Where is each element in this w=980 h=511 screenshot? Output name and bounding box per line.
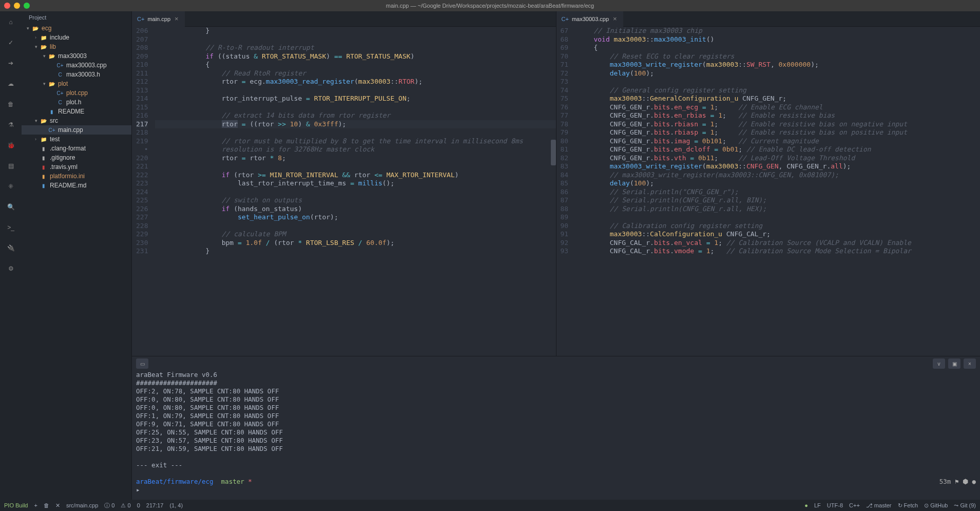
file-icon: ▮ bbox=[40, 163, 47, 171]
file-icon: C+ bbox=[56, 89, 64, 97]
close-button[interactable]: ✕ bbox=[55, 502, 60, 509]
chevron-icon: ▾ bbox=[35, 44, 40, 49]
diagnostics-info[interactable]: ⓘ 0 bbox=[104, 502, 114, 509]
home-icon[interactable]: ⌂ bbox=[5, 16, 16, 28]
list-icon[interactable]: ▤ bbox=[5, 160, 16, 172]
line-ending[interactable]: LF bbox=[814, 502, 821, 508]
tree-item-label: max30003.cpp bbox=[66, 62, 107, 69]
tree-item-label: README.md bbox=[50, 182, 86, 189]
tree-item[interactable]: C+main.cpp bbox=[22, 125, 131, 135]
tree-item[interactable]: C+max30003.cpp bbox=[22, 61, 131, 70]
tree-item-label: platformio.ini bbox=[50, 173, 85, 180]
tree-item-label: test bbox=[50, 136, 60, 143]
close-icon[interactable]: × bbox=[612, 15, 618, 23]
tree-item[interactable]: ▮platformio.ini bbox=[22, 172, 131, 181]
tree-item[interactable]: ▾📂lib bbox=[22, 42, 131, 51]
flask-icon[interactable]: ⚗ bbox=[5, 119, 16, 130]
terminal-icon[interactable]: >_ bbox=[5, 222, 16, 233]
bug-icon[interactable]: 🐞 bbox=[5, 140, 16, 151]
diagnostics-warn[interactable]: ⚠ 0 bbox=[121, 502, 130, 509]
terminal-line: OFF:25, ON:55, SAMPLE CNT:80 HANDS OFF bbox=[136, 428, 976, 437]
file-icon: ▮ bbox=[40, 145, 47, 152]
window-title: main.cpp — ~/Google Drive/Workspace/proj… bbox=[386, 3, 594, 9]
code-editor-right[interactable]: 6768697071727374757677787980818283848586… bbox=[556, 27, 981, 356]
github-link[interactable]: ⊙ GitHub bbox=[924, 502, 948, 509]
scrollbar-thumb[interactable] bbox=[551, 140, 556, 165]
tree-item[interactable]: Cplot.h bbox=[22, 98, 131, 107]
language-mode[interactable]: C++ bbox=[849, 502, 860, 508]
pio-build-button[interactable]: PIO Build bbox=[4, 502, 28, 508]
tree-item[interactable]: ▾📂ecg bbox=[22, 24, 131, 33]
tree-item[interactable]: ▾📂max30003 bbox=[22, 51, 131, 61]
chevron-icon: ▾ bbox=[27, 26, 32, 31]
maximize-panel-icon[interactable]: ▣ bbox=[948, 358, 960, 369]
plug-icon[interactable]: 🔌 bbox=[5, 242, 16, 254]
search-icon[interactable]: 🔍 bbox=[5, 201, 16, 213]
check-icon[interactable]: ✓ bbox=[5, 37, 16, 48]
tree-item-label: main.cpp bbox=[58, 126, 83, 134]
terminal-line: OFF:23, ON:57, SAMPLE CNT:80 HANDS OFF bbox=[136, 437, 976, 445]
tree-item[interactable]: ▾📂src bbox=[22, 116, 131, 125]
cloud-upload-icon[interactable]: ☁ bbox=[5, 78, 16, 89]
tree-item[interactable]: ▮.gitignore bbox=[22, 153, 131, 162]
close-panel-icon[interactable]: × bbox=[964, 358, 976, 369]
tree-item-label: README bbox=[58, 108, 84, 115]
sync-indicator[interactable]: ● bbox=[804, 502, 808, 508]
file-icon: 📁 bbox=[40, 136, 47, 143]
arrow-right-icon[interactable]: ➔ bbox=[5, 58, 16, 69]
close-window-button[interactable] bbox=[4, 3, 10, 9]
prompt-branch: master bbox=[221, 478, 244, 485]
git-status[interactable]: ⤳ Git (9) bbox=[954, 502, 976, 509]
tree-item[interactable]: Cmax30003.h bbox=[22, 70, 131, 79]
file-icon: C+ bbox=[48, 126, 55, 134]
tree-item-label: src bbox=[50, 117, 58, 124]
spark-icon[interactable]: ⁜ bbox=[5, 181, 16, 192]
titlebar: main.cpp — ~/Google Drive/Workspace/proj… bbox=[0, 0, 980, 11]
file-icon: 📁 bbox=[40, 34, 47, 41]
file-icon: C bbox=[56, 99, 64, 106]
tree-item[interactable]: C+plot.cpp bbox=[22, 88, 131, 98]
trash-icon[interactable]: 🗑 bbox=[5, 99, 16, 110]
trash-button[interactable]: 🗑 bbox=[44, 502, 49, 508]
prompt-path: araBeat/firmware/ecg bbox=[136, 478, 214, 485]
new-terminal-button[interactable]: + bbox=[34, 502, 37, 508]
encoding[interactable]: UTF-8 bbox=[827, 502, 843, 508]
terminal-output[interactable]: araBeat Firmware v0.6###################… bbox=[132, 371, 980, 500]
tree-item-label: max30003.h bbox=[66, 71, 100, 78]
tree-item[interactable]: ▮.clang-format bbox=[22, 144, 131, 153]
tree-item-label: .travis.yml bbox=[50, 163, 78, 171]
file-tree[interactable]: ▾📂ecg›📁include▾📂lib▾📂max30003C+max30003.… bbox=[22, 24, 131, 500]
git-branch[interactable]: ⎇ master bbox=[866, 502, 892, 509]
activity-bar: ⌂ ✓ ➔ ☁ 🗑 ⚗ 🐞 ▤ ⁜ 🔍 >_ 🔌 ⚙ bbox=[0, 11, 22, 500]
folder-open-icon: 📂 bbox=[40, 117, 47, 124]
gear-icon[interactable]: ⚙ bbox=[5, 263, 16, 274]
minimize-window-button[interactable] bbox=[14, 3, 20, 9]
diagnostics-count[interactable]: 0 bbox=[137, 502, 140, 508]
cursor-position[interactable]: 217:17 bbox=[146, 502, 164, 508]
tree-item-label: ecg bbox=[42, 25, 51, 32]
terminal-header: ▭ v ▣ × bbox=[132, 356, 980, 371]
prompt-cursor[interactable]: ▸ bbox=[136, 486, 976, 494]
maximize-window-button[interactable] bbox=[24, 3, 30, 9]
tab-max30003-cpp[interactable]: C+ max30003.cpp × bbox=[556, 11, 623, 27]
chevron-icon: › bbox=[35, 35, 40, 40]
tree-item[interactable]: ›📁include bbox=[22, 33, 131, 42]
current-file[interactable]: src/main.cpp bbox=[66, 502, 98, 508]
tree-item[interactable]: ▮README bbox=[22, 107, 131, 116]
tree-item[interactable]: ›📁test bbox=[22, 135, 131, 144]
chevron-down-icon[interactable]: v bbox=[933, 358, 945, 369]
tree-item-label: lib bbox=[50, 43, 56, 50]
prompt-right-status: 53m ⚑ ⬢ ● bbox=[939, 478, 976, 486]
file-icon: ▮ bbox=[48, 108, 55, 115]
tree-item[interactable]: ▾📂plot bbox=[22, 79, 131, 88]
terminal-line: --- exit --- bbox=[136, 461, 976, 469]
tab-main-cpp[interactable]: C+ main.cpp × bbox=[132, 11, 185, 27]
selection-info: (1, 4) bbox=[169, 502, 183, 508]
tree-item[interactable]: ▮.travis.yml bbox=[22, 162, 131, 172]
cpp-file-icon: C+ bbox=[562, 16, 569, 22]
terminal-selector-button[interactable]: ▭ bbox=[136, 358, 148, 369]
code-editor-left[interactable]: 2062072082092102112122132142152162172182… bbox=[132, 27, 556, 356]
close-icon[interactable]: × bbox=[174, 15, 180, 23]
tree-item[interactable]: ▮README.md bbox=[22, 181, 131, 190]
git-fetch[interactable]: ↻ Fetch bbox=[898, 502, 918, 509]
